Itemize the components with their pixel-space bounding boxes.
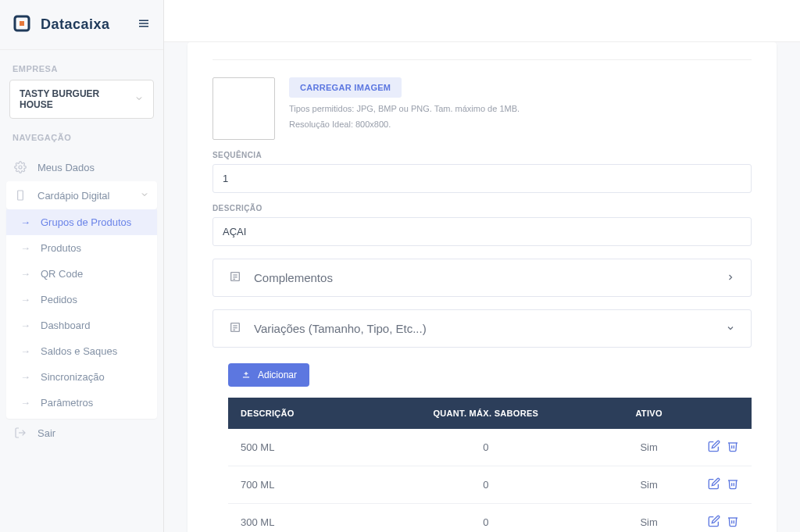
col-qtd: QUANT. MÁX. SABORES bbox=[370, 398, 603, 429]
arrow-right-icon: → bbox=[20, 320, 30, 331]
logo-area: Datacaixa bbox=[0, 0, 163, 50]
company-selected-value: TASTY BURGUER HOUSE bbox=[20, 88, 134, 110]
descricao-input[interactable] bbox=[212, 217, 752, 246]
subnav-qrcode[interactable]: → QR Code bbox=[6, 261, 157, 287]
subnav-dashboard[interactable]: → Dashboard bbox=[6, 312, 157, 338]
subnav-parametros[interactable]: → Parâmetros bbox=[6, 390, 157, 416]
subnav-pedidos[interactable]: → Pedidos bbox=[6, 287, 157, 312]
svg-rect-1 bbox=[20, 21, 24, 26]
nav-sair[interactable]: Sair bbox=[0, 419, 163, 447]
subnav-produtos[interactable]: → Produtos bbox=[6, 235, 157, 261]
cell-desc: 500 ML bbox=[228, 429, 370, 466]
arrow-right-icon: → bbox=[20, 268, 30, 280]
add-button-label: Adicionar bbox=[258, 370, 297, 380]
nav-section-label: NAVEGAÇÃO bbox=[0, 119, 163, 148]
edit-icon[interactable] bbox=[708, 515, 720, 530]
accordion-title: Variações (Tamanho, Tipo, Etc...) bbox=[254, 322, 427, 335]
plus-list-icon bbox=[241, 370, 252, 380]
variations-table: DESCRIÇÃO QUANT. MÁX. SABORES ATIVO 500 … bbox=[228, 398, 752, 532]
cell-qtd: 0 bbox=[370, 466, 603, 504]
form-card: CARREGAR IMAGEM Tipos permitidos: JPG, B… bbox=[188, 42, 777, 532]
logo-text: Datacaixa bbox=[41, 16, 110, 33]
delete-icon[interactable] bbox=[727, 440, 739, 455]
nav-item-label: Cardápio Digital bbox=[38, 190, 110, 202]
delete-icon[interactable] bbox=[727, 477, 739, 492]
list-icon bbox=[229, 321, 241, 336]
arrow-right-icon: → bbox=[20, 294, 30, 305]
col-descricao: DESCRIÇÃO bbox=[228, 398, 370, 429]
subnav-item-label: Grupos de Produtos bbox=[41, 216, 131, 228]
subnav-sincronizacao[interactable]: → Sincronização bbox=[6, 364, 157, 390]
sequencia-label: SEQUÊNCIA bbox=[212, 151, 752, 159]
arrow-right-icon: → bbox=[20, 371, 30, 383]
cell-desc: 300 ML bbox=[228, 504, 370, 533]
subnav-grupos-produtos[interactable]: → Grupos de Produtos bbox=[6, 209, 157, 235]
company-selector[interactable]: TASTY BURGUER HOUSE bbox=[9, 80, 154, 119]
cell-ativo: Sim bbox=[602, 504, 695, 533]
load-image-button[interactable]: CARREGAR IMAGEM bbox=[289, 77, 402, 98]
chevron-down-icon bbox=[134, 94, 144, 105]
chevron-down-icon bbox=[140, 190, 149, 202]
descricao-label: DESCRIÇÃO bbox=[212, 204, 752, 212]
subnav-item-label: Parâmetros bbox=[41, 397, 93, 409]
list-icon bbox=[229, 270, 241, 285]
logout-icon bbox=[14, 427, 27, 439]
subnav-item-label: Pedidos bbox=[41, 294, 77, 305]
col-actions bbox=[695, 398, 752, 429]
complementos-accordion[interactable]: Complementos bbox=[212, 259, 752, 297]
nav-cardapio-digital[interactable]: Cardápio Digital bbox=[6, 181, 157, 209]
chevron-down-icon bbox=[726, 323, 735, 335]
cell-ativo: Sim bbox=[602, 466, 695, 504]
table-row: 300 ML 0 Sim bbox=[228, 504, 752, 533]
subnav-item-label: QR Code bbox=[41, 268, 83, 280]
cell-qtd: 0 bbox=[370, 504, 603, 533]
sidebar: Datacaixa EMPRESA TASTY BURGUER HOUSE NA… bbox=[0, 0, 164, 532]
device-icon bbox=[14, 189, 27, 202]
arrow-right-icon: → bbox=[20, 397, 30, 409]
nav-meus-dados[interactable]: Meus Dados bbox=[0, 153, 163, 181]
arrow-right-icon: → bbox=[20, 345, 30, 357]
add-variation-button[interactable]: Adicionar bbox=[228, 363, 309, 387]
topbar bbox=[164, 0, 800, 42]
nav-list: Meus Dados Cardápio Digital → Grupos de … bbox=[0, 148, 163, 532]
subnav-item-label: Saldos e Saques bbox=[41, 345, 117, 357]
edit-icon[interactable] bbox=[708, 440, 720, 455]
empresa-section-label: EMPRESA bbox=[0, 50, 163, 80]
table-row: 500 ML 0 Sim bbox=[228, 429, 752, 466]
gear-icon bbox=[14, 161, 27, 173]
table-row: 700 ML 0 Sim bbox=[228, 466, 752, 504]
col-ativo: ATIVO bbox=[602, 398, 695, 429]
cell-qtd: 0 bbox=[370, 429, 603, 466]
sequencia-input[interactable] bbox=[212, 164, 752, 193]
svg-rect-6 bbox=[18, 191, 23, 200]
subnav-item-label: Produtos bbox=[41, 242, 81, 254]
image-preview[interactable] bbox=[212, 77, 275, 140]
arrow-right-icon: → bbox=[20, 242, 30, 254]
content-area: CARREGAR IMAGEM Tipos permitidos: JPG, B… bbox=[164, 42, 800, 532]
cell-desc: 700 ML bbox=[228, 466, 370, 504]
subnav-item-label: Dashboard bbox=[41, 320, 91, 331]
accordion-title: Complementos bbox=[254, 271, 333, 284]
logo-icon bbox=[12, 14, 31, 35]
variacoes-accordion[interactable]: Variações (Tamanho, Tipo, Etc...) bbox=[212, 309, 752, 348]
arrow-right-icon: → bbox=[20, 216, 30, 228]
image-hint-types: Tipos permitidos: JPG, BMP ou PNG. Tam. … bbox=[289, 104, 520, 113]
subnav-item-label: Sincronização bbox=[41, 371, 105, 383]
delete-icon[interactable] bbox=[727, 515, 739, 530]
menu-toggle-icon[interactable] bbox=[137, 16, 151, 33]
cell-ativo: Sim bbox=[602, 429, 695, 466]
subnav-saldos-saques[interactable]: → Saldos e Saques bbox=[6, 338, 157, 364]
edit-icon[interactable] bbox=[708, 477, 720, 492]
nav-item-label: Meus Dados bbox=[38, 162, 95, 173]
nav-item-label: Sair bbox=[38, 427, 55, 439]
chevron-right-icon bbox=[726, 272, 735, 284]
subnav: → Grupos de Produtos → Produtos → QR Cod… bbox=[6, 209, 157, 419]
image-hint-resolution: Resolução Ideal: 800x800. bbox=[289, 120, 520, 129]
svg-point-5 bbox=[19, 166, 22, 169]
